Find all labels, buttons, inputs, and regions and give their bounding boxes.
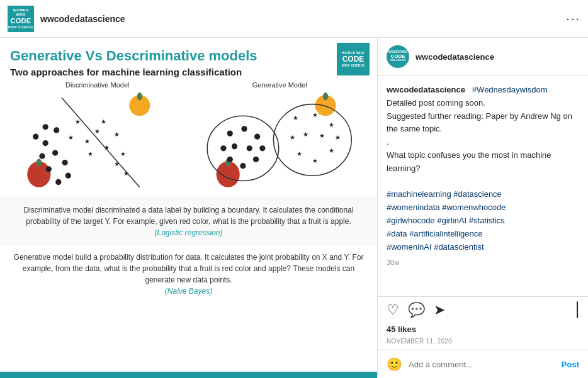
save-button[interactable]: ⎥ [572, 302, 579, 318]
slide-logo-code: CODE [342, 55, 365, 64]
svg-text:★: ★ [120, 151, 126, 158]
svg-point-18 [52, 150, 58, 156]
svg-point-16 [54, 128, 59, 133]
wwc-data-science: DATA SCIENCE [8, 25, 33, 29]
discriminative-label: Discriminative Model [65, 81, 129, 89]
slide-bottom-bar [0, 372, 377, 378]
generative-svg: ★ ★ ★ ★ ★ ★ ★ ★ ★ ★ [189, 91, 371, 192]
naive-bayes-link: (Naive Bayes) [165, 287, 212, 296]
svg-point-22 [65, 173, 71, 179]
post-caption-area: wwcodedatascience #Wednesdaywisdom Detai… [378, 76, 588, 296]
svg-point-46 [252, 157, 258, 162]
svg-text:★: ★ [293, 115, 298, 122]
svg-point-45 [259, 146, 265, 152]
svg-text:★: ★ [335, 135, 341, 142]
slide-logo-datasci: DATA SCIENCE [342, 64, 365, 67]
svg-point-23 [55, 179, 61, 185]
svg-text:★: ★ [68, 135, 74, 142]
svg-text:★: ★ [302, 131, 308, 138]
svg-text:★: ★ [88, 151, 93, 158]
svg-point-41 [207, 116, 279, 181]
caption-hashtag1[interactable]: #Wednesdaywisdom [472, 85, 548, 94]
slide-wwc-logo-box: WOMEN WHO CODE DATA SCIENCE [337, 43, 370, 75]
svg-text:★: ★ [296, 151, 302, 158]
svg-text:★: ★ [312, 157, 318, 164]
slide-title: Generative Vs Descriminative models [10, 48, 367, 64]
svg-text:★: ★ [329, 121, 334, 128]
slide-header-wrapper: WOMEN WHO CODE DATA SCIENCE Generative V… [0, 38, 377, 81]
slide-content: WOMEN WHO CODE DATA SCIENCE Generative V… [0, 38, 377, 378]
discriminative-diagram: Discriminative Model ★ ★ ★ [6, 81, 189, 197]
share-button[interactable]: ➤ [434, 302, 445, 318]
generative-label: Generative Model [252, 81, 307, 89]
svg-text:★: ★ [114, 131, 120, 138]
discriminative-description: Discriminative model discriminated a dat… [23, 206, 353, 226]
svg-text:★: ★ [104, 144, 110, 151]
comment-input[interactable] [409, 360, 562, 369]
svg-text:★: ★ [101, 118, 106, 125]
avatar-inner: WOMEN WHO CODE DATA SCIENCE [388, 51, 407, 62]
svg-point-27 [322, 92, 327, 100]
actions-bar: ♡ 💬 ➤ ⎥ [378, 296, 588, 323]
svg-point-24 [43, 125, 48, 130]
generative-text-section: Generative model build a probability dis… [0, 245, 377, 303]
svg-point-49 [220, 146, 226, 152]
post-username[interactable]: wwcodedatascience [416, 52, 494, 62]
svg-point-50 [231, 143, 237, 149]
post-user-row: WOMEN WHO CODE DATA SCIENCE wwcodedatasc… [378, 38, 588, 76]
svg-point-44 [254, 134, 259, 140]
post-info-panel: WOMEN WHO CODE DATA SCIENCE wwcodedatasc… [378, 38, 588, 378]
emoji-button[interactable]: 🙂 [387, 357, 402, 372]
top-bar-logo-area: WOMEN WHO CODE DATA SCIENCE wwcodedatasc… [8, 6, 125, 32]
svg-point-25 [33, 134, 38, 140]
post-date: NOVEMBER 11, 2020 [378, 336, 588, 350]
caption-block: wwcodedatascience #Wednesdaywisdom Detai… [387, 84, 579, 253]
discriminative-text-section: Discriminative model discriminated a dat… [0, 197, 377, 245]
avatar: WOMEN WHO CODE DATA SCIENCE [387, 45, 409, 68]
svg-point-48 [227, 157, 232, 162]
slide-logo: WOMEN WHO CODE DATA SCIENCE [337, 43, 370, 75]
generative-description: Generative model build a probability dis… [14, 253, 364, 284]
svg-text:★: ★ [94, 128, 100, 135]
generative-diagram: Generative Model ★ ★ ★ ★ [189, 81, 371, 197]
avatar-datasci: DATA SCIENCE [388, 60, 407, 62]
svg-point-43 [241, 126, 247, 132]
wwc-code-text: CODE [11, 17, 31, 25]
svg-text:★: ★ [84, 138, 90, 145]
like-button[interactable]: ♡ [387, 302, 399, 318]
logistic-regression-link: (Logistic regression) [154, 228, 222, 237]
svg-text:★: ★ [312, 112, 318, 119]
top-bar-username[interactable]: wwcodedatascience [40, 14, 125, 24]
post-button[interactable]: Post [562, 360, 579, 369]
discriminative-svg: ★ ★ ★ ★ ★ ★ ★ ★ ★ ★ ★ [6, 91, 189, 192]
caption-tags[interactable]: #machinelearning #datascience #womeninda… [387, 189, 506, 251]
main-content: WOMEN WHO CODE DATA SCIENCE Generative V… [0, 38, 588, 378]
wwc-women-who: WOMEN WHO [8, 8, 34, 17]
time-ago: 30w [387, 258, 579, 266]
svg-point-47 [240, 163, 246, 169]
top-bar: WOMEN WHO CODE DATA SCIENCE wwcodedatasc… [0, 0, 588, 38]
diagram-area: Discriminative Model ★ ★ ★ [0, 81, 377, 197]
svg-point-42 [227, 131, 232, 136]
svg-text:★: ★ [329, 147, 334, 154]
post-image-panel: WOMEN WHO CODE DATA SCIENCE Generative V… [0, 38, 378, 378]
svg-text:★: ★ [123, 170, 129, 177]
more-options-button[interactable]: ··· [566, 11, 580, 26]
svg-point-21 [46, 167, 52, 172]
caption-username[interactable]: wwcodedatascience [387, 85, 465, 94]
svg-text:★: ★ [290, 135, 295, 142]
svg-point-17 [43, 140, 48, 146]
slide-subtitle: Two approaches for machine learning clas… [10, 67, 367, 77]
svg-text:★: ★ [319, 133, 324, 140]
svg-point-1 [137, 92, 142, 100]
comment-button[interactable]: 💬 [408, 302, 425, 318]
caption-body: Detailed post coming soon.Suggested furt… [387, 98, 572, 173]
likes-count: 45 likes [378, 323, 588, 336]
svg-point-51 [246, 146, 252, 152]
svg-point-20 [62, 160, 67, 165]
svg-text:★: ★ [114, 160, 120, 167]
svg-point-19 [39, 153, 45, 159]
wwc-logo-topbar: WOMEN WHO CODE DATA SCIENCE [8, 6, 34, 32]
comment-input-row: 🙂 Post [378, 350, 588, 378]
svg-point-3 [37, 159, 42, 167]
